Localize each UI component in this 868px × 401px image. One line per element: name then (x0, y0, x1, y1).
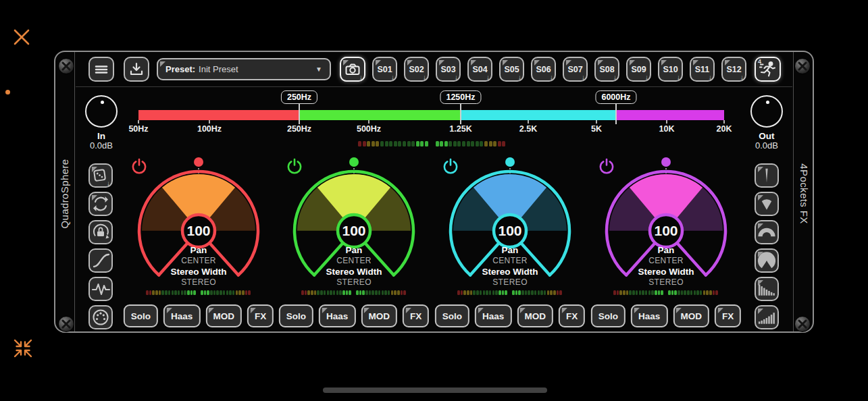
solo-button[interactable]: Solo (124, 304, 158, 327)
haas-button[interactable]: Haas (319, 304, 355, 327)
snapshot-button-s08[interactable]: S08↓ (594, 57, 619, 82)
snapshot-button-s06[interactable]: S06↓ (531, 57, 556, 82)
tick-label: 50Hz (128, 124, 148, 134)
snapshot-button-s03[interactable]: S03↓ (436, 57, 461, 82)
pan-mode-value: CENTER (134, 256, 263, 266)
band-segment[interactable] (616, 110, 724, 120)
meter-led (449, 141, 452, 146)
meter-led (467, 141, 470, 146)
snapshot-button-s10[interactable]: S10↓ (658, 57, 683, 82)
menu-button[interactable] (88, 57, 114, 82)
home-indicator[interactable] (323, 387, 547, 393)
meter-led (320, 290, 323, 295)
snapshot-button-s11[interactable]: S11↓ (690, 57, 715, 82)
meter-led (493, 141, 496, 146)
meter-led (489, 141, 492, 146)
automation-corner (92, 167, 97, 172)
crossover-flag[interactable]: 250Hz (281, 90, 317, 104)
snapshot-button-s01[interactable]: S01↓ (372, 57, 397, 82)
down-arrow-icon: ↓ (740, 74, 744, 81)
crossover-flag[interactable]: 6000Hz (595, 90, 636, 104)
band-segment[interactable] (138, 110, 299, 120)
mod-button[interactable]: MOD (361, 304, 397, 327)
snapshot-button-s02[interactable]: S02↓ (404, 57, 429, 82)
tick-label: 10K (659, 124, 675, 134)
meter-led (168, 290, 171, 295)
automation-corner (561, 308, 567, 313)
lfo-button[interactable] (88, 277, 113, 301)
meter-led (324, 290, 326, 295)
width-narrow-button[interactable] (755, 192, 779, 216)
mod-button[interactable]: MOD (205, 304, 242, 327)
preset-dropdown[interactable]: Preset: Init Preset ▼ (157, 58, 331, 80)
channel-buttons: Solo Haas MOD FX (124, 304, 274, 327)
snapshot-button-s12[interactable]: S12↓ (721, 57, 746, 82)
haas-button[interactable]: Haas (631, 304, 667, 327)
snapshot-label: S03 (440, 65, 455, 74)
channel-2: 100 Pan CENTER Stereo Width STEREO Solo … (290, 157, 418, 329)
lock-rotation-button[interactable] (88, 220, 113, 244)
bars-descending-button[interactable] (755, 277, 779, 301)
mod-button[interactable]: MOD (517, 304, 553, 327)
solo-button[interactable]: Solo (591, 304, 626, 327)
bars-ascending-button[interactable] (755, 305, 779, 329)
randomize-button[interactable]: ↓ (88, 163, 113, 188)
save-button[interactable] (124, 57, 149, 82)
automation-corner (758, 223, 763, 229)
snapshot-button-s05[interactable]: S05↓ (499, 57, 524, 82)
meter-led (486, 290, 488, 295)
meter-led (489, 290, 492, 295)
pan-label: Pan (134, 244, 263, 256)
tick-mark (528, 120, 529, 124)
fx-button[interactable]: FX (403, 304, 429, 327)
curve-button[interactable] (88, 248, 113, 273)
meter-led (223, 290, 226, 295)
snapshot-button-s04[interactable]: S04↓ (467, 57, 492, 82)
band-segment[interactable] (461, 110, 616, 120)
meter-led (703, 290, 706, 295)
automation-corner (250, 308, 255, 313)
down-arrow-icon: ↓ (550, 74, 553, 81)
width-full-button[interactable] (755, 248, 779, 273)
automation-corner (376, 60, 381, 65)
meter-led (467, 290, 469, 295)
snapshot-camera-button[interactable]: ↓ (340, 57, 365, 82)
meter-led (388, 290, 390, 295)
snapshot-button-s09[interactable]: S09↓ (626, 57, 651, 82)
meter-led (531, 290, 534, 295)
sync-loop-button[interactable] (88, 192, 113, 216)
meter-led (174, 290, 177, 295)
snapshot-button-s07[interactable]: S07↓ (563, 57, 588, 82)
meter-led (184, 290, 186, 295)
frequency-spectrum-strip[interactable] (0, 110, 868, 120)
collapse-icon[interactable] (13, 338, 33, 358)
fx-button[interactable]: FX (559, 304, 585, 327)
solo-button[interactable]: Solo (279, 304, 313, 327)
out-value: 0.0dB (755, 141, 778, 151)
width-mono-button[interactable] (755, 163, 779, 188)
haas-button[interactable]: Haas (163, 304, 200, 327)
run-automation-button[interactable]: 4 (755, 57, 781, 82)
fx-button[interactable]: FX (715, 304, 741, 327)
meter-led (528, 290, 530, 295)
meter-led (172, 290, 174, 295)
tick-label: 1.25K (449, 124, 471, 134)
meter-led (629, 290, 632, 295)
crossover-flag[interactable]: 1250Hz (440, 90, 481, 104)
meter-led (245, 290, 248, 295)
fx-button[interactable]: FX (247, 304, 274, 327)
band-segment[interactable] (299, 110, 461, 120)
mod-button[interactable]: MOD (673, 304, 709, 327)
meter-led (444, 141, 448, 146)
haas-button[interactable]: Haas (475, 304, 511, 327)
meter-led (681, 290, 684, 295)
left-strip-divider (74, 52, 75, 331)
channel-3: 100 Pan CENTER Stereo Width STEREO Solo … (446, 157, 574, 329)
close-icon[interactable] (11, 27, 32, 47)
meter-led (301, 290, 304, 295)
width-wide-button[interactable] (755, 220, 779, 244)
midi-button[interactable] (88, 305, 113, 329)
down-arrow-icon: ↓ (423, 74, 426, 81)
solo-button[interactable]: Solo (435, 304, 469, 327)
meter-led (674, 290, 677, 295)
